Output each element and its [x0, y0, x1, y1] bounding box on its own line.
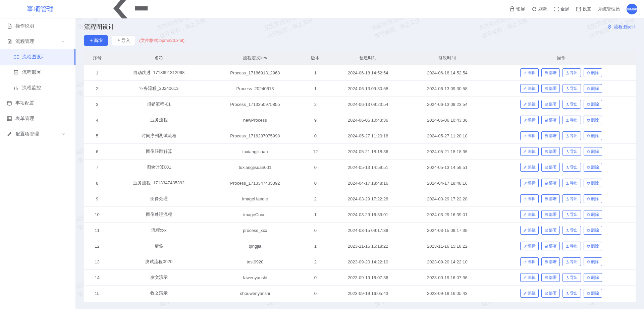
export-button[interactable]: 导出	[562, 68, 581, 77]
cell-created: 2024-06-18 14:52:54	[328, 65, 408, 81]
delete-button[interactable]: 删除	[584, 257, 602, 266]
table-row: 15 收文演示 shouwenyanshi 0 2023-09-19 16:05…	[84, 286, 636, 301]
table-row: 9 图像处理 imageHandle 2 2024-03-29 17:22:28…	[84, 191, 636, 207]
deploy-button[interactable]: 部署	[541, 100, 560, 109]
chevron-down-icon	[61, 132, 65, 136]
deploy-button[interactable]: 部署	[541, 226, 560, 235]
flow-icon	[13, 54, 19, 60]
fullscreen-button[interactable]: 全屏	[554, 6, 569, 12]
deploy-button[interactable]: 部署	[541, 116, 560, 124]
sidebar-item-4[interactable]: 流程监控	[0, 80, 75, 96]
edit-button[interactable]: 编辑	[520, 116, 539, 124]
cell-actions: 编辑 部署 导出 删除	[487, 254, 636, 270]
sidebar-item-0[interactable]: 操作说明	[0, 18, 75, 34]
edit-button[interactable]: 编辑	[520, 257, 539, 266]
cell-actions: 编辑 部署 导出 删除	[487, 65, 636, 81]
delete-button[interactable]: 删除	[584, 147, 602, 156]
sidebar-item-6[interactable]: 表单管理	[0, 111, 75, 126]
delete-button[interactable]: 删除	[584, 163, 602, 172]
cell-version: 9	[303, 112, 328, 128]
lock-screen-button[interactable]: 锁屏	[509, 6, 525, 12]
export-button[interactable]: 导出	[562, 289, 581, 298]
export-button[interactable]: 导出	[562, 210, 581, 219]
sidebar-item-2[interactable]: 流程图设计	[0, 49, 75, 65]
export-button[interactable]: 导出	[562, 163, 581, 172]
deploy-button[interactable]: 部署	[541, 84, 560, 93]
deploy-button[interactable]: 部署	[541, 210, 560, 219]
deploy-icon	[544, 87, 548, 90]
export-button[interactable]: 导出	[562, 179, 581, 187]
delete-button[interactable]: 删除	[584, 68, 602, 77]
cell-actions: 编辑 部署 导出 删除	[487, 144, 636, 160]
deploy-button[interactable]: 部署	[541, 257, 560, 266]
edit-button[interactable]: 编辑	[520, 194, 539, 203]
edit-button[interactable]: 编辑	[520, 179, 539, 187]
sidebar-item-5[interactable]: 事项配置	[0, 96, 75, 111]
deploy-button[interactable]: 部署	[541, 179, 560, 187]
delete-button[interactable]: 删除	[584, 131, 602, 140]
add-button[interactable]: 新增	[84, 35, 108, 46]
edit-button[interactable]: 编辑	[520, 273, 539, 282]
deploy-button[interactable]: 部署	[541, 163, 560, 172]
edit-button[interactable]: 编辑	[520, 163, 539, 172]
sidebar-item-label: 配置项管理	[15, 131, 39, 137]
export-button[interactable]: 导出	[562, 116, 581, 124]
export-button[interactable]: 导出	[562, 194, 581, 203]
deploy-button[interactable]: 部署	[541, 273, 560, 282]
deploy-button[interactable]: 部署	[541, 68, 560, 77]
table-row: 5 时间序列测试流程 Process_1716287075998 0 2024-…	[84, 128, 636, 144]
edit-button[interactable]: 编辑	[520, 226, 539, 235]
delete-button[interactable]: 删除	[584, 226, 602, 235]
sidebar-item-3[interactable]: 流程部署	[0, 65, 75, 80]
deploy-button[interactable]: 部署	[541, 194, 560, 203]
delete-button[interactable]: 删除	[584, 116, 602, 124]
export-button[interactable]: 导出	[562, 226, 581, 235]
export-button[interactable]: 导出	[562, 147, 581, 156]
deploy-button[interactable]: 部署	[541, 242, 560, 250]
edit-button[interactable]: 编辑	[520, 100, 539, 109]
refresh-button[interactable]: 刷新	[532, 6, 547, 12]
deploy-icon	[544, 260, 548, 264]
sidebar-item-1[interactable]: 流程管理	[0, 34, 75, 49]
export-button[interactable]: 导出	[562, 100, 581, 109]
settings-button[interactable]: 设置	[576, 6, 591, 12]
delete-button[interactable]: 删除	[584, 273, 602, 282]
delete-button[interactable]: 删除	[584, 179, 602, 187]
table-row: 6 图像跟踪解算 tuxiangjisuan 12 2024-05-21 18:…	[84, 144, 636, 160]
import-button[interactable]: 导入	[112, 35, 135, 46]
export-button[interactable]: 导出	[562, 257, 581, 266]
edit-button[interactable]: 编辑	[520, 289, 539, 298]
deploy-button[interactable]: 部署	[541, 147, 560, 156]
avatar[interactable]: mMan	[627, 4, 637, 14]
deploy-button[interactable]: 部署	[541, 131, 560, 140]
delete-button[interactable]: 删除	[584, 84, 602, 93]
delete-button[interactable]: 删除	[584, 210, 602, 219]
edit-icon	[523, 118, 527, 122]
cell-created: 2024-03-29 17:22:28	[328, 191, 408, 207]
cell-index: 4	[84, 112, 110, 128]
delete-button[interactable]: 删除	[584, 194, 602, 203]
deploy-icon	[544, 276, 548, 280]
cell-index: 5	[84, 128, 110, 144]
edit-button[interactable]: 编辑	[520, 84, 539, 93]
cell-key: imageCount	[208, 207, 302, 223]
edit-button[interactable]: 编辑	[520, 147, 539, 156]
table-container[interactable]: 序号名称流程定义key版本创建时间修改时间操作 1 自动跳过_171869131…	[84, 51, 636, 302]
export-button[interactable]: 导出	[562, 131, 581, 140]
edit-button[interactable]: 编辑	[520, 131, 539, 140]
deploy-button[interactable]: 部署	[541, 289, 560, 298]
user-name[interactable]: 系统管理员	[598, 6, 620, 12]
delete-button[interactable]: 删除	[584, 100, 602, 109]
sidebar-item-7[interactable]: 配置项管理	[0, 126, 75, 142]
edit-button[interactable]: 编辑	[520, 210, 539, 219]
delete-button[interactable]: 删除	[584, 242, 602, 250]
edit-button[interactable]: 编辑	[520, 68, 539, 77]
edit-button[interactable]: 编辑	[520, 242, 539, 250]
cell-key: Process_1695101818542	[208, 301, 302, 303]
edit-icon	[523, 213, 527, 217]
export-button[interactable]: 导出	[562, 242, 581, 250]
export-button[interactable]: 导出	[562, 84, 581, 93]
export-button[interactable]: 导出	[562, 273, 581, 282]
cell-actions: 编辑 部署 导出 删除	[487, 191, 636, 207]
delete-button[interactable]: 删除	[584, 289, 602, 298]
